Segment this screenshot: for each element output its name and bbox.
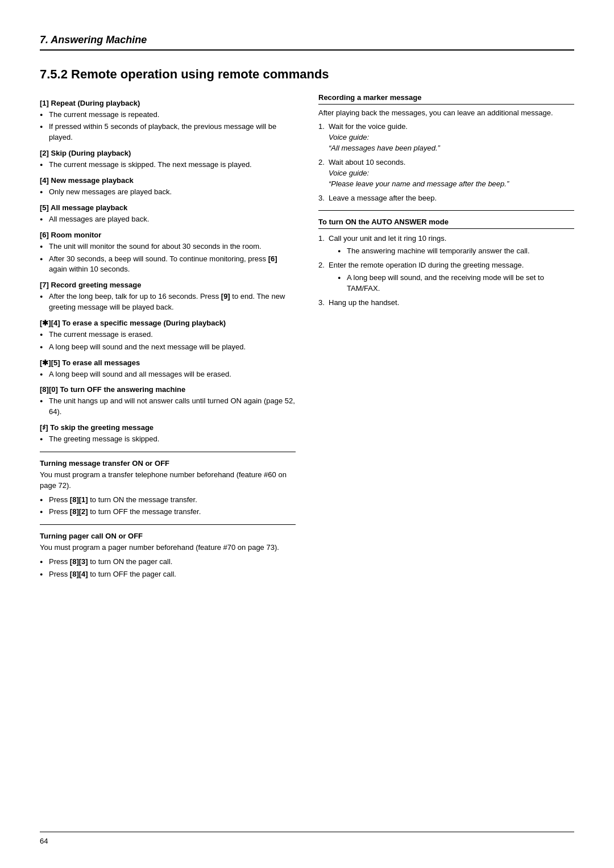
chapter-title: 7. Answering Machine	[40, 34, 147, 45]
list-item: The greeting message is skipped.	[40, 434, 296, 445]
list-item: 1. Call your unit and let it ring 10 rin…	[318, 233, 574, 257]
bullets-pager: Press [8][3] to turn ON the pager call. …	[40, 557, 296, 580]
list-item: The unit hangs up and will not answer ca…	[40, 396, 296, 418]
list-item: After the long beep, talk for up to 16 s…	[40, 291, 296, 313]
bullets-transfer: Press [8][1] to turn ON the message tran…	[40, 495, 296, 518]
heading-room-monitor: [6] Room monitor	[40, 231, 296, 239]
right-column: Recording a marker message After playing…	[318, 93, 574, 585]
list-item: 3. Hang up the handset.	[318, 298, 574, 308]
voice-guide-text-2: “Please leave your name and message afte…	[329, 180, 509, 188]
list-item: 2. Wait about 10 seconds. Voice guide: “…	[318, 157, 574, 190]
list-item: The current message is skipped. The next…	[40, 160, 296, 170]
sub-bullets-step1: The answering machine will temporarily a…	[338, 246, 574, 257]
bullets-erase-specific: The current message is erased. A long be…	[40, 329, 296, 353]
heading-repeat: [1] Repeat (During playback)	[40, 99, 296, 107]
list-item: Press [8][2] to turn OFF the message tra…	[40, 507, 296, 518]
heading-erase-specific: [✱][4] To erase a specific message (Duri…	[40, 319, 296, 327]
list-item: 1. Wait for the voice guide. Voice guide…	[318, 122, 574, 154]
bullets-erase-all: A long beep will sound and all messages …	[40, 369, 296, 380]
transfer-intro: You must program a transfer telephone nu…	[40, 470, 296, 491]
page-footer: 64	[40, 832, 574, 845]
list-item: Press [8][3] to turn ON the pager call.	[40, 557, 296, 567]
list-item: The current message is erased.	[40, 329, 296, 340]
list-item: Press [8][1] to turn ON the message tran…	[40, 495, 296, 506]
heading-skip-greeting: [♯] To skip the greeting message	[40, 423, 296, 432]
heading-all-msg: [5] All message playback	[40, 203, 296, 212]
page: 7. Answering Machine 7.5.2 Remote operat…	[0, 0, 614, 868]
list-item: A long beep will sound and the next mess…	[40, 342, 296, 353]
list-item: Only new messages are played back.	[40, 187, 296, 198]
heading-erase-all: [✱][5] To erase all messages	[40, 358, 296, 367]
list-item: 2. Enter the remote operation ID during …	[318, 260, 574, 294]
auto-answer-steps: 1. Call your unit and let it ring 10 rin…	[318, 233, 574, 308]
two-column-layout: [1] Repeat (During playback) The current…	[40, 93, 574, 585]
heading-new-msg: [4] New message playback	[40, 176, 296, 185]
recording-steps: 1. Wait for the voice guide. Voice guide…	[318, 122, 574, 203]
list-item: Press [8][4] to turn OFF the pager call.	[40, 569, 296, 580]
voice-guide-label-1: Voice guide:	[329, 133, 369, 141]
bullets-new-msg: Only new messages are played back.	[40, 187, 296, 198]
heading-transfer: Turning message transfer ON or OFF	[40, 459, 296, 468]
recording-intro: After playing back the messages, you can…	[318, 108, 574, 119]
list-item: The current message is repeated.	[40, 110, 296, 120]
pager-intro: You must program a pager number beforeha…	[40, 542, 296, 553]
heading-auto-answer: To turn ON the AUTO ANSWER mode	[318, 218, 574, 229]
page-number: 64	[40, 837, 48, 845]
heading-skip: [2] Skip (During playback)	[40, 149, 296, 157]
heading-record-greeting: [7] Record greeting message	[40, 281, 296, 289]
sub-bullets-step2: A long beep will sound, and the receivin…	[338, 273, 574, 294]
divider-auto-answer	[318, 210, 574, 211]
list-item: If pressed within 5 seconds of playback,…	[40, 122, 296, 143]
list-item: A long beep will sound and all messages …	[40, 369, 296, 380]
list-item: The unit will monitor the sound for abou…	[40, 241, 296, 252]
bullets-record-greeting: After the long beep, talk for up to 16 s…	[40, 291, 296, 313]
section-title: 7.5.2 Remote operation using remote comm…	[40, 66, 574, 83]
divider-pager	[40, 524, 296, 525]
list-item: A long beep will sound, and the receivin…	[338, 273, 574, 294]
heading-pager: Turning pager call ON or OFF	[40, 532, 296, 540]
heading-turn-off: [8][0] To turn OFF the answering machine	[40, 385, 296, 394]
bullets-turn-off: The unit hangs up and will not answer ca…	[40, 396, 296, 418]
voice-guide-text-1: “All messages have been played.”	[329, 144, 440, 152]
voice-guide-label-2: Voice guide:	[329, 169, 369, 177]
list-item: 3. Leave a message after the beep.	[318, 193, 574, 204]
chapter-header: 7. Answering Machine	[40, 34, 574, 51]
divider-transfer	[40, 452, 296, 452]
bullets-skip: The current message is skipped. The next…	[40, 160, 296, 170]
left-column: [1] Repeat (During playback) The current…	[40, 93, 296, 585]
bullets-repeat: The current message is repeated. If pres…	[40, 110, 296, 144]
bullets-all-msg: All messages are played back.	[40, 214, 296, 225]
bullets-skip-greeting: The greeting message is skipped.	[40, 434, 296, 445]
list-item: The answering machine will temporarily a…	[338, 246, 574, 257]
list-item: After 30 seconds, a beep will sound. To …	[40, 254, 296, 276]
list-item: All messages are played back.	[40, 214, 296, 225]
heading-recording: Recording a marker message	[318, 93, 574, 105]
bullets-room-monitor: The unit will monitor the sound for abou…	[40, 241, 296, 276]
